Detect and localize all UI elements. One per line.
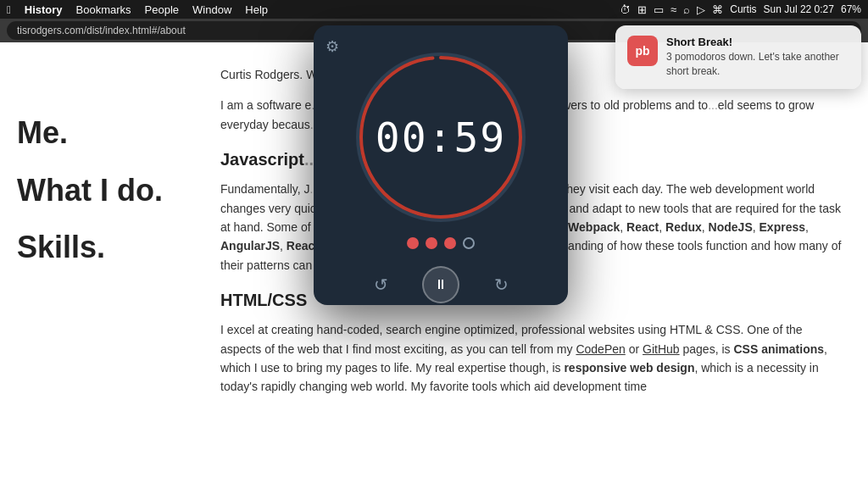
menubar-window[interactable]: Window [192,3,231,16]
github-link[interactable]: GitHub [643,342,680,356]
sidebar-heading-me: Me. [17,116,186,150]
menubar-right: ⏱ ⊞ ▭ ≈ ⌕ ▷ ⌘ Curtis Sun Jul 22 0:27 67% [620,3,861,16]
airplay-menu-icon[interactable]: ▷ [697,3,705,16]
timer-pause-icon: ⏸ [434,277,448,292]
monitor-menu-icon[interactable]: ▭ [654,3,664,16]
timer-rewind-right-button[interactable]: ↻ [485,269,517,301]
menubar-user[interactable]: Curtis [730,3,756,15]
timer-dots [407,237,475,249]
notif-icon-label: pb [635,44,649,58]
timer-dot-4 [463,237,475,249]
menubar-datetime: Sun Jul 22 0:27 [764,3,834,15]
menubar-apple[interactable]:  [7,3,11,16]
notification-body: 3 pomodoros down. Let's take another sho… [666,50,849,79]
sidebar-heading-skills: Skills. [17,230,186,264]
menubar-bookmarks[interactable]: Bookmarks [76,3,131,16]
menubar-left:  History Bookmarks People Window Help [7,3,268,16]
timer-menu-icon[interactable]: ⏱ [620,3,631,16]
timer-circle-container: 00:59 [356,53,526,222]
timer-dot-3 [444,237,456,249]
grid-menu-icon[interactable]: ⊞ [637,3,647,16]
notification-content: Short Break! 3 pomodoros down. Let's tak… [666,36,849,79]
timer-controls: ↺ ⏸ ↻ [364,266,517,303]
timer-dot-1 [407,237,419,249]
wifi-menu-icon[interactable]: ≈ [670,3,676,16]
sidebar: Me. What I do. Skills. [0,48,203,494]
notification-popup: pb Short Break! 3 pomodoros down. Let's … [615,25,861,89]
timer-display: 00:59 [376,114,507,161]
sidebar-heading-what: What I do. [17,174,186,208]
timer-overlay: ⚙ 00:59 ↺ ⏸ ↻ [314,25,568,305]
menubar-history[interactable]: History [25,3,63,16]
codepen-link[interactable]: CodePen [576,342,625,356]
timer-pause-button[interactable]: ⏸ [422,266,459,303]
content-htmlcss-para: I excel at creating hand-coded, search e… [220,320,843,397]
timer-dot-2 [426,237,437,249]
menubar-people[interactable]: People [145,3,179,16]
menubar:  History Bookmarks People Window Help ⏱… [0,0,868,19]
timer-gear-icon[interactable]: ⚙ [326,37,339,56]
menubar-battery: 67% [841,3,861,15]
bluetooth-menu-icon[interactable]: ⌘ [712,3,723,16]
timer-rewind-left-button[interactable]: ↺ [364,269,397,301]
menubar-help[interactable]: Help [245,3,268,16]
search-menu-icon[interactable]: ⌕ [683,3,690,16]
notification-title: Short Break! [666,36,849,48]
url-text: tisrodgers.com/dist/index.html#/about [17,25,186,36]
notification-app-icon: pb [627,36,658,66]
